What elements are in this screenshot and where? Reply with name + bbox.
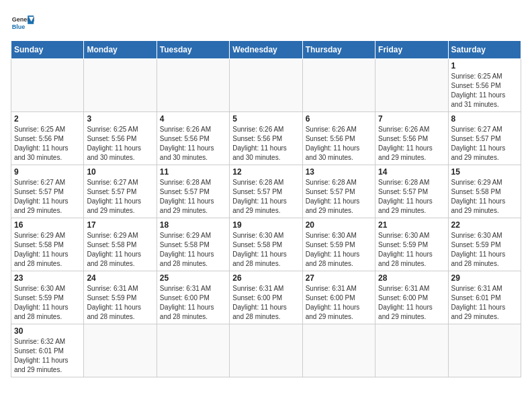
calendar-day-cell	[375, 59, 448, 112]
logo: General Blue	[11, 11, 35, 35]
calendar-day-cell: 23Sunrise: 6:30 AM Sunset: 5:59 PM Dayli…	[11, 271, 84, 324]
day-sun-info: Sunrise: 6:26 AM Sunset: 5:56 PM Dayligh…	[160, 125, 226, 163]
calendar-day-cell: 21Sunrise: 6:30 AM Sunset: 5:59 PM Dayli…	[375, 218, 448, 271]
weekday-header-sunday: Sunday	[11, 41, 84, 59]
day-sun-info: Sunrise: 6:28 AM Sunset: 5:57 PM Dayligh…	[378, 178, 445, 216]
day-number: 4	[160, 114, 226, 124]
calendar-day-cell: 24Sunrise: 6:31 AM Sunset: 5:59 PM Dayli…	[84, 271, 157, 324]
calendar-day-cell: 29Sunrise: 6:31 AM Sunset: 6:01 PM Dayli…	[448, 271, 521, 324]
calendar-header-row: SundayMondayTuesdayWednesdayThursdayFrid…	[11, 41, 521, 59]
calendar-day-cell: 9Sunrise: 6:27 AM Sunset: 5:57 PM Daylig…	[11, 165, 84, 218]
calendar-day-cell	[448, 324, 521, 377]
day-number: 8	[451, 114, 518, 124]
day-sun-info: Sunrise: 6:27 AM Sunset: 5:57 PM Dayligh…	[451, 125, 518, 163]
day-number: 10	[87, 167, 153, 177]
calendar-day-cell	[230, 59, 302, 112]
day-sun-info: Sunrise: 6:28 AM Sunset: 5:57 PM Dayligh…	[306, 178, 372, 216]
calendar-day-cell	[157, 59, 229, 112]
day-number: 17	[87, 220, 153, 230]
page-header: General Blue	[11, 11, 521, 35]
day-number: 30	[14, 326, 81, 336]
day-sun-info: Sunrise: 6:30 AM Sunset: 5:59 PM Dayligh…	[378, 231, 445, 269]
calendar-day-cell: 20Sunrise: 6:30 AM Sunset: 5:59 PM Dayli…	[302, 218, 375, 271]
calendar-day-cell: 15Sunrise: 6:29 AM Sunset: 5:58 PM Dayli…	[448, 165, 521, 218]
day-sun-info: Sunrise: 6:26 AM Sunset: 5:56 PM Dayligh…	[378, 125, 445, 163]
day-number: 26	[232, 273, 299, 283]
calendar-day-cell: 12Sunrise: 6:28 AM Sunset: 5:57 PM Dayli…	[230, 165, 302, 218]
day-number: 15	[451, 167, 518, 177]
calendar-week-row: 9Sunrise: 6:27 AM Sunset: 5:57 PM Daylig…	[11, 165, 521, 218]
day-sun-info: Sunrise: 6:31 AM Sunset: 6:00 PM Dayligh…	[160, 284, 226, 322]
day-sun-info: Sunrise: 6:30 AM Sunset: 5:58 PM Dayligh…	[232, 231, 299, 269]
calendar-day-cell: 13Sunrise: 6:28 AM Sunset: 5:57 PM Dayli…	[302, 165, 375, 218]
calendar-day-cell: 7Sunrise: 6:26 AM Sunset: 5:56 PM Daylig…	[375, 112, 448, 165]
day-sun-info: Sunrise: 6:30 AM Sunset: 5:59 PM Dayligh…	[14, 284, 81, 322]
calendar-day-cell: 11Sunrise: 6:28 AM Sunset: 5:57 PM Dayli…	[157, 165, 229, 218]
weekday-header-monday: Monday	[84, 41, 157, 59]
day-sun-info: Sunrise: 6:29 AM Sunset: 5:58 PM Dayligh…	[14, 231, 81, 269]
calendar-day-cell	[11, 59, 84, 112]
calendar-day-cell: 18Sunrise: 6:29 AM Sunset: 5:58 PM Dayli…	[157, 218, 229, 271]
day-number: 7	[378, 114, 445, 124]
day-number: 24	[87, 273, 153, 283]
calendar-day-cell: 30Sunrise: 6:32 AM Sunset: 6:01 PM Dayli…	[11, 324, 84, 377]
weekday-header-friday: Friday	[375, 41, 448, 59]
day-sun-info: Sunrise: 6:28 AM Sunset: 5:57 PM Dayligh…	[232, 178, 299, 216]
calendar-day-cell	[157, 324, 229, 377]
day-number: 22	[451, 220, 518, 230]
calendar-day-cell: 6Sunrise: 6:26 AM Sunset: 5:56 PM Daylig…	[302, 112, 375, 165]
calendar-day-cell	[230, 324, 302, 377]
day-sun-info: Sunrise: 6:25 AM Sunset: 5:56 PM Dayligh…	[451, 72, 518, 109]
day-number: 1	[451, 61, 518, 71]
day-sun-info: Sunrise: 6:26 AM Sunset: 5:56 PM Dayligh…	[232, 125, 299, 163]
day-number: 5	[232, 114, 299, 124]
day-number: 16	[14, 220, 81, 230]
day-sun-info: Sunrise: 6:26 AM Sunset: 5:56 PM Dayligh…	[306, 125, 372, 163]
day-number: 9	[14, 167, 81, 177]
weekday-header-wednesday: Wednesday	[230, 41, 302, 59]
calendar-day-cell: 17Sunrise: 6:29 AM Sunset: 5:58 PM Dayli…	[84, 218, 157, 271]
calendar-day-cell: 1Sunrise: 6:25 AM Sunset: 5:56 PM Daylig…	[448, 59, 521, 112]
calendar-week-row: 2Sunrise: 6:25 AM Sunset: 5:56 PM Daylig…	[11, 112, 521, 165]
day-sun-info: Sunrise: 6:29 AM Sunset: 5:58 PM Dayligh…	[451, 178, 518, 216]
day-number: 18	[160, 220, 226, 230]
day-number: 11	[160, 167, 226, 177]
day-sun-info: Sunrise: 6:25 AM Sunset: 5:56 PM Dayligh…	[87, 125, 153, 163]
day-sun-info: Sunrise: 6:31 AM Sunset: 6:00 PM Dayligh…	[306, 284, 372, 322]
calendar-week-row: 30Sunrise: 6:32 AM Sunset: 6:01 PM Dayli…	[11, 324, 521, 377]
calendar-day-cell	[302, 59, 375, 112]
calendar-day-cell: 14Sunrise: 6:28 AM Sunset: 5:57 PM Dayli…	[375, 165, 448, 218]
day-sun-info: Sunrise: 6:25 AM Sunset: 5:56 PM Dayligh…	[14, 125, 81, 163]
calendar-week-row: 1Sunrise: 6:25 AM Sunset: 5:56 PM Daylig…	[11, 59, 521, 112]
generalblue-logo-icon: General Blue	[11, 11, 35, 35]
day-number: 3	[87, 114, 153, 124]
calendar-week-row: 16Sunrise: 6:29 AM Sunset: 5:58 PM Dayli…	[11, 218, 521, 271]
day-number: 6	[306, 114, 372, 124]
day-sun-info: Sunrise: 6:31 AM Sunset: 6:00 PM Dayligh…	[378, 284, 445, 322]
calendar-day-cell: 10Sunrise: 6:27 AM Sunset: 5:57 PM Dayli…	[84, 165, 157, 218]
weekday-header-thursday: Thursday	[302, 41, 375, 59]
day-number: 19	[232, 220, 299, 230]
day-number: 13	[306, 167, 372, 177]
calendar-day-cell: 16Sunrise: 6:29 AM Sunset: 5:58 PM Dayli…	[11, 218, 84, 271]
day-number: 12	[232, 167, 299, 177]
weekday-header-saturday: Saturday	[448, 41, 521, 59]
day-sun-info: Sunrise: 6:28 AM Sunset: 5:57 PM Dayligh…	[160, 178, 226, 216]
calendar-day-cell: 5Sunrise: 6:26 AM Sunset: 5:56 PM Daylig…	[230, 112, 302, 165]
calendar-day-cell	[375, 324, 448, 377]
calendar-day-cell: 19Sunrise: 6:30 AM Sunset: 5:58 PM Dayli…	[230, 218, 302, 271]
svg-text:Blue: Blue	[12, 24, 26, 30]
calendar-day-cell: 25Sunrise: 6:31 AM Sunset: 6:00 PM Dayli…	[157, 271, 229, 324]
day-number: 14	[378, 167, 445, 177]
calendar-day-cell: 3Sunrise: 6:25 AM Sunset: 5:56 PM Daylig…	[84, 112, 157, 165]
day-sun-info: Sunrise: 6:30 AM Sunset: 5:59 PM Dayligh…	[306, 231, 372, 269]
day-number: 28	[378, 273, 445, 283]
calendar-table: SundayMondayTuesdayWednesdayThursdayFrid…	[11, 40, 521, 377]
day-sun-info: Sunrise: 6:29 AM Sunset: 5:58 PM Dayligh…	[87, 231, 153, 269]
day-sun-info: Sunrise: 6:32 AM Sunset: 6:01 PM Dayligh…	[14, 337, 81, 375]
day-number: 29	[451, 273, 518, 283]
calendar-day-cell: 28Sunrise: 6:31 AM Sunset: 6:00 PM Dayli…	[375, 271, 448, 324]
calendar-day-cell	[84, 59, 157, 112]
day-number: 25	[160, 273, 226, 283]
day-sun-info: Sunrise: 6:31 AM Sunset: 5:59 PM Dayligh…	[87, 284, 153, 322]
